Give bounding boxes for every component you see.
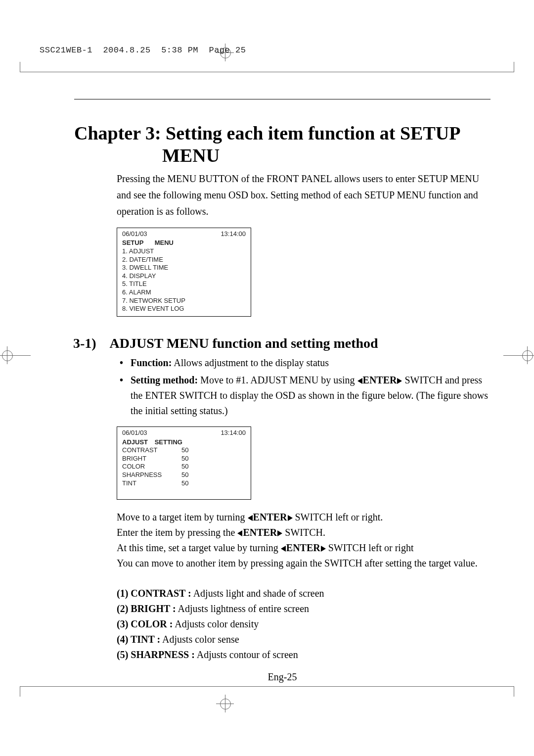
definition-text: Adjusts color sense xyxy=(160,634,239,645)
setting-method-label: Setting method: xyxy=(131,375,198,385)
triangle-right-icon xyxy=(288,515,293,521)
body-text: Enter the item by pressing the xyxy=(117,527,237,538)
list-item: Function: Allows adjustment to the displ… xyxy=(117,355,490,371)
triangle-left-icon xyxy=(281,546,286,552)
osd-menu-item: 2. DATE/TIME xyxy=(122,256,246,264)
chapter-title: Setting each item function at SETUP MENU xyxy=(162,123,459,166)
osd-adjust-value: 50 xyxy=(181,471,196,479)
enter-word: ENTER xyxy=(243,527,277,538)
crop-rule-side xyxy=(14,355,31,356)
crop-rule-top xyxy=(20,72,514,72)
osd-time: 13:14:00 xyxy=(221,230,246,238)
section-number: 3-1) xyxy=(73,335,107,351)
body-text: You can move to another item by pressing… xyxy=(117,556,490,571)
chapter-heading: Chapter 3: Setting each item function at… xyxy=(162,122,490,167)
osd-adjust-row: CONTRAST50 xyxy=(122,446,246,455)
body-text: At this time, set a target value by turn… xyxy=(117,542,281,553)
body-text: Move to a target item by turning xyxy=(117,512,248,522)
bullet-list: Function: Allows adjustment to the displ… xyxy=(117,355,490,419)
print-slugline: SSC21WEB-1 2004.8.25 5:38 PM Page 25 xyxy=(40,46,246,55)
registration-mark-icon xyxy=(518,346,534,364)
osd-adjust-name: BRIGHT xyxy=(122,455,181,463)
osd-menu-item: 1. ADJUST xyxy=(122,247,246,256)
definitions-block: (1) CONTRAST : Adjusts light and shade o… xyxy=(117,586,490,662)
definition-line: (3) COLOR : Adjusts color density xyxy=(117,616,490,632)
osd-date: 06/01/03 xyxy=(122,230,147,238)
osd-header-col: SETUP xyxy=(122,239,153,247)
definition-text: Adjusts light and shade of screen xyxy=(191,588,324,599)
page-content: SSC21WEB-1 2004.8.25 5:38 PM Page 25 Cha… xyxy=(74,99,490,657)
definition-text: Adjusts contour of screen xyxy=(195,649,298,660)
osd-date: 06/01/03 xyxy=(122,429,147,437)
osd-adjust-value: 50 xyxy=(181,446,196,455)
osd-adjust-value: 50 xyxy=(181,455,196,463)
registration-mark-icon xyxy=(216,695,234,712)
setting-method-text: Move to #1. ADJUST MENU by using xyxy=(198,375,357,385)
osd-adjust-row: SHARPNESS50 xyxy=(122,471,246,479)
triangle-right-icon xyxy=(397,378,402,384)
crop-tick xyxy=(20,687,20,697)
triangle-right-icon xyxy=(321,546,326,552)
page-number: Eng-25 xyxy=(74,671,490,683)
definition-text: Adjusts lightness of entire screen xyxy=(176,603,309,614)
top-divider xyxy=(74,99,490,99)
osd-adjust-name: CONTRAST xyxy=(122,446,181,455)
osd-adjust-row: BRIGHT50 xyxy=(122,455,246,463)
definition-label: (3) COLOR : xyxy=(117,618,173,629)
function-label: Function: xyxy=(131,357,172,368)
triangle-left-icon xyxy=(357,378,362,384)
enter-word: ENTER xyxy=(253,512,287,522)
body-text: SWITCH. xyxy=(282,527,325,538)
definition-label: (2) BRIGHT : xyxy=(117,603,176,614)
osd-header-col: MENU xyxy=(155,239,174,246)
crop-tick xyxy=(514,62,514,72)
crop-tick xyxy=(514,687,514,697)
osd-menu-item: 8. VIEW EVENT LOG xyxy=(122,305,246,313)
intro-paragraph: Pressing the MENU BUTTON of the FRONT PA… xyxy=(117,171,490,220)
list-item: Setting method: Move to #1. ADJUST MENU … xyxy=(117,373,490,419)
definition-label: (1) CONTRAST : xyxy=(117,588,191,599)
crop-tick xyxy=(20,62,20,72)
osd-adjust-name: SHARPNESS xyxy=(122,471,181,479)
crop-rule-side xyxy=(503,355,520,356)
section-title: ADJUST MENU function and setting method xyxy=(109,335,378,351)
osd-menu-item: 3. DWELL TIME xyxy=(122,264,246,272)
osd-menu-item: 7. NETWORK SETUP xyxy=(122,297,246,305)
osd-header-col: SETTING xyxy=(155,438,182,446)
osd-adjust-value: 50 xyxy=(181,463,196,471)
osd-menu-item: 5. TITLE xyxy=(122,280,246,288)
osd-adjust-row: TINT50 xyxy=(122,479,246,488)
body-text: SWITCH left or right xyxy=(326,542,414,553)
osd-adjust-name: TINT xyxy=(122,479,181,488)
definition-line: (4) TINT : Adjusts color sense xyxy=(117,632,490,647)
definition-label: (5) SHARPNESS : xyxy=(117,649,195,660)
function-text: Allows adjustment to the display status xyxy=(172,357,329,368)
triangle-left-icon xyxy=(237,530,242,536)
triangle-left-icon xyxy=(248,515,253,521)
body-paragraph: Move to a target item by turning ENTER S… xyxy=(117,510,490,571)
osd-time: 13:14:00 xyxy=(221,429,246,437)
body-text: SWITCH left or right. xyxy=(293,512,383,522)
definition-text: Adjusts color density xyxy=(173,618,259,629)
osd-adjust-row: COLOR50 xyxy=(122,463,246,471)
triangle-right-icon xyxy=(277,530,282,536)
osd-setup-menu: 06/01/03 13:14:00 SETUP MENU 1. ADJUST2.… xyxy=(117,228,251,317)
chapter-label: Chapter 3: xyxy=(74,123,161,143)
enter-word: ENTER xyxy=(363,375,397,385)
definition-line: (1) CONTRAST : Adjusts light and shade o… xyxy=(117,586,490,601)
enter-word: ENTER xyxy=(286,542,320,553)
definition-line: (5) SHARPNESS : Adjusts contour of scree… xyxy=(117,647,490,662)
osd-menu-item: 6. ALARM xyxy=(122,288,246,297)
definition-label: (4) TINT : xyxy=(117,634,160,645)
definition-line: (2) BRIGHT : Adjusts lightness of entire… xyxy=(117,601,490,616)
section-heading: 3-1) ADJUST MENU function and setting me… xyxy=(73,335,490,351)
osd-adjust-name: COLOR xyxy=(122,463,181,471)
osd-header-col: ADJUST xyxy=(122,438,153,447)
osd-adjust-setting: 06/01/03 13:14:00 ADJUST SETTING CONTRAS… xyxy=(117,426,251,500)
osd-adjust-value: 50 xyxy=(181,479,196,488)
crop-rule-bottom xyxy=(20,686,514,687)
osd-menu-item: 4. DISPLAY xyxy=(122,272,246,281)
